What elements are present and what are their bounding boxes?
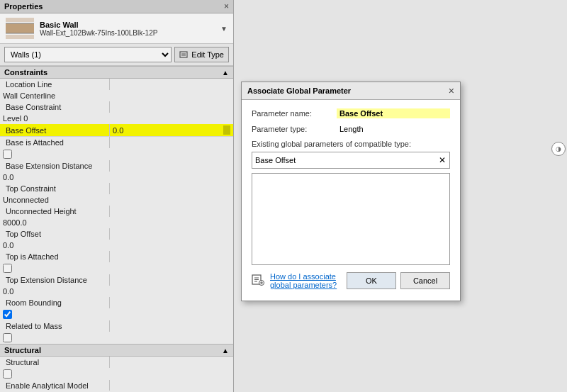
associate-global-parameter-dialog: Associate Global Parameter × Parameter n… xyxy=(241,82,461,301)
dialog-buttons: OK Cancel xyxy=(347,272,450,289)
dialog-param-name-row: Parameter name: Base Offset xyxy=(252,108,450,118)
dialog-search-row: ✕ xyxy=(252,152,450,169)
dialog-title: Associate Global Parameter xyxy=(247,86,351,95)
dialog-ok-button[interactable]: OK xyxy=(347,272,396,289)
dialog-param-type-label: Parameter type: xyxy=(252,125,337,133)
dialog-close-button[interactable]: × xyxy=(449,86,454,96)
dialog-search-clear-button[interactable]: ✕ xyxy=(435,153,449,167)
dialog-param-type-value: Length xyxy=(337,124,450,134)
dialog-param-type-row: Parameter type: Length xyxy=(252,124,450,134)
dialog-existing-label: Existing global parameters of compatible… xyxy=(252,140,450,148)
dialog-footer: How do I associate global parameters? OK… xyxy=(252,272,450,292)
dialog-parameters-list[interactable] xyxy=(252,173,450,265)
dialog-body: Parameter name: Base Offset Parameter ty… xyxy=(242,100,460,301)
dialog-titlebar: Associate Global Parameter × xyxy=(242,82,460,100)
dialog-search-input[interactable] xyxy=(252,152,435,168)
right-edge-handle: ◑ xyxy=(551,142,566,156)
dialog-cancel-button[interactable]: Cancel xyxy=(400,272,450,289)
dialog-param-name-value: Base Offset xyxy=(337,108,450,118)
dialog-param-name-label: Parameter name: xyxy=(252,109,337,118)
new-parameter-icon[interactable] xyxy=(252,273,264,289)
dialog-help-link[interactable]: How do I associate global parameters? xyxy=(270,272,347,289)
